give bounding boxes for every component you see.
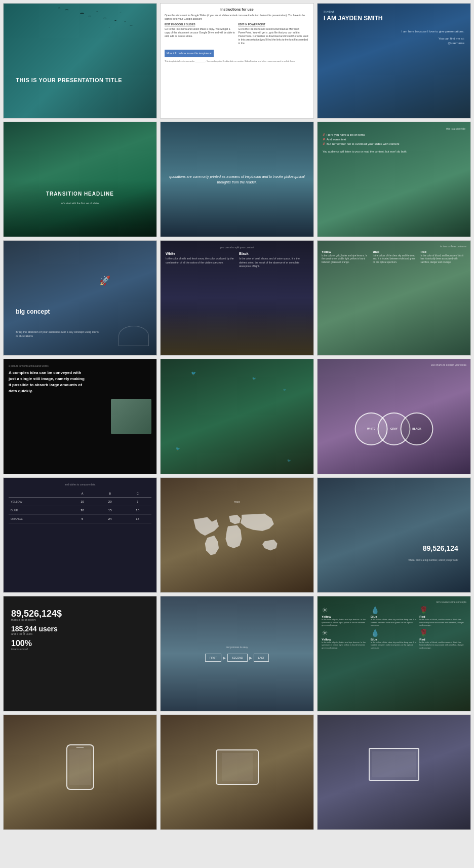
road-decoration — [161, 310, 313, 355]
table-row-blue: BLUE 30 15 10 — [9, 506, 151, 515]
bird5: 🐦 — [287, 459, 291, 462]
concept-item-1: ☀ Yellow Is the color of gold, butter an… — [322, 606, 369, 627]
username: @username — [324, 41, 464, 46]
tablet-mockup — [216, 749, 259, 785]
cell-orange-a: 5 — [68, 515, 96, 523]
th-c: C — [124, 490, 151, 498]
col1-label: Yellow — [322, 250, 370, 253]
venn-diagram: WHITE GRAY BLACK — [355, 412, 433, 445]
slide-5: quotations are commonly printed as a mea… — [160, 122, 314, 237]
rocket-icon: 🚀 — [99, 275, 110, 286]
slide-3: Hello! I AM JAYDEN SMITH I am here becau… — [317, 3, 471, 119]
slide4-gradient — [4, 179, 156, 237]
concept-icon-6: 🌹 — [419, 629, 466, 637]
cell-blue-b: 15 — [96, 506, 124, 515]
slide-13: and tables to compare data A B C YELLOW … — [3, 477, 157, 593]
footer-note: This template is free to use under _____… — [165, 60, 309, 63]
stat-label-1: that's a lot of money — [11, 618, 149, 621]
slide-14: maps — [160, 477, 314, 593]
big-concept-title: big concept — [16, 308, 50, 315]
slide-2: instructions for use Open this document … — [160, 3, 314, 119]
col1-text: Go to the File menu and select Make a co… — [165, 27, 236, 38]
col2-label: Black — [239, 252, 308, 255]
bike-decoration — [118, 326, 149, 346]
th-empty — [9, 490, 68, 498]
slide-11: 🐦 🐦 🐦 🐦 🐦 want big impact? USE BIG IMAGE — [160, 359, 314, 474]
slide11-bg — [161, 359, 313, 474]
table-title: and tables to compare data — [9, 483, 151, 486]
concept-desc: Bring the attention of your audience ove… — [16, 330, 100, 338]
concept-icon-1: ☀ — [322, 606, 369, 614]
slide-17: our process is easy FIRST ▶ SECOND ▶ LAS… — [160, 596, 314, 711]
stat-number-3: 100% — [11, 639, 149, 648]
slide-7: 🚀 big concept Bring the attention of you… — [3, 240, 157, 356]
phone-mockup — [66, 744, 94, 790]
instructions-title: instructions for use — [165, 8, 309, 11]
concept-item-6: 🌹 Red Is the color of blood, and because… — [419, 629, 466, 650]
transition-subtext: let's start with the first set of slides — [61, 202, 99, 205]
arrow-1: ▶ — [223, 656, 226, 660]
col3-label: Red — [421, 250, 466, 253]
phone-screen — [69, 749, 91, 785]
col2-text: Go to the File menu and select Download … — [239, 27, 310, 45]
col3-text: Is the color of blood, and because of th… — [421, 254, 466, 264]
bio-line1: I am here because I love to give present… — [324, 29, 464, 34]
row-label-orange: ORANGE — [9, 515, 68, 523]
cell-yellow-b: 20 — [96, 498, 124, 506]
bird2: 🐦 — [252, 376, 256, 380]
data-table: A B C YELLOW 10 20 7 BLUE 30 15 10 — [9, 490, 151, 523]
concept-icon-3: 🌹 — [419, 606, 466, 614]
concept-item-3: 🌹 Red Is the color of blood, and because… — [419, 606, 466, 627]
big-number: 89,526,124 — [423, 544, 458, 552]
bio-line2: You can find me at: — [324, 36, 464, 41]
cell-yellow-c: 7 — [124, 498, 151, 506]
list-item-3: ✗But remember not to overload your slide… — [323, 142, 465, 146]
hello-label: Hello! — [324, 10, 464, 14]
number-sub: whoa! that's a big number, aren't you pr… — [408, 558, 458, 561]
three-col-3: Red Is the color of blood, and because o… — [421, 250, 466, 264]
cell-orange-b: 24 — [96, 515, 124, 523]
venn-circle-3: BLACK — [401, 412, 433, 445]
slides-grid: THIS IS YOUR PRESENTATION TITLE instruct… — [0, 0, 474, 833]
concept-icon-5: 💧 — [371, 629, 418, 637]
concept-item-4: ☀ Yellow Is the color of gold, butter an… — [322, 629, 369, 650]
split-col2: Black Is the color of coal, ebony, and o… — [239, 252, 308, 269]
concept-text-3: Is the color of blood, and because of th… — [419, 618, 466, 627]
quote-text: quotations are commonly printed as a mea… — [168, 174, 306, 185]
stat-label-3: total success! — [11, 648, 149, 651]
col1-label: White — [166, 252, 235, 255]
list-item-2: ✗And some text — [323, 137, 465, 142]
bird4: 🐦 — [176, 447, 180, 451]
col2-title: EDIT IN POWERPOINT — [239, 23, 310, 26]
list-item-1: ✗Here you have a list of items — [323, 133, 465, 137]
slide-6: this is a slide title ✗Here you have a l… — [317, 122, 471, 237]
desktop-screen — [372, 751, 416, 777]
three-col-1: Yellow Is the color of gold, butter and … — [322, 250, 370, 264]
review-title: let's review some concepts — [322, 600, 466, 603]
instructions-intro: Open this document in Google Slides (if … — [165, 14, 309, 21]
bird3: 🐦 — [283, 388, 286, 391]
speaker-bio: I am here because I love to give present… — [324, 29, 464, 46]
slide-21: desktop project Show and explain your we… — [317, 714, 471, 830]
process-step-1: FIRST — [205, 654, 221, 662]
slide6-title: this is a slide title — [323, 127, 465, 130]
row-label-blue: BLUE — [9, 506, 68, 515]
concept-text-5: Is the colour of the clear sky and the d… — [371, 641, 418, 650]
phone-speaker — [76, 747, 84, 748]
concept-item-2: 💧 Blue Is the colour of the clear sky an… — [371, 606, 418, 627]
slide-10: a picture is worth a thousand words A co… — [3, 359, 157, 474]
slide15-bg — [318, 478, 470, 592]
slide-8: you can also split your content White Is… — [160, 240, 314, 356]
process-title: our process is easy — [226, 646, 248, 649]
concept-item-5: 💧 Blue Is the colour of the clear sky an… — [371, 629, 418, 650]
slide6-para: You audience will listen to you or read … — [323, 149, 465, 154]
more-info-label: More info on how to use this template at — [165, 50, 214, 57]
concept-icon-4: ☀ — [322, 629, 369, 637]
pic-title: a picture is worth a thousand words — [9, 364, 151, 367]
slide-19: iPhone project Show and explain your web… — [3, 714, 157, 830]
slide-12: use charts to explain your ideas WHITE G… — [317, 359, 471, 474]
col1-text: Is the color of gold, butter and ripe le… — [322, 254, 370, 264]
chart-title: use charts to explain your ideas — [322, 363, 466, 366]
cell-yellow-a: 10 — [68, 498, 96, 506]
desktop-mockup — [369, 748, 419, 781]
